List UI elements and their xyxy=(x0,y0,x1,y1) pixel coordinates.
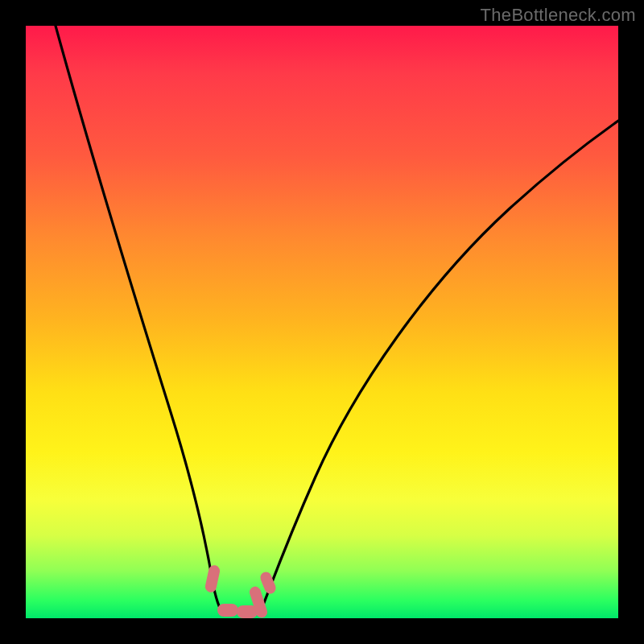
chart-frame: TheBottleneck.com xyxy=(0,0,644,644)
chart-plot-area xyxy=(26,26,618,618)
watermark-text: TheBottleneck.com xyxy=(481,5,636,26)
chart-svg xyxy=(26,26,618,618)
svg-rect-0 xyxy=(204,564,221,593)
right-curve xyxy=(259,121,618,615)
left-curve xyxy=(56,26,224,615)
svg-rect-1 xyxy=(217,604,238,617)
